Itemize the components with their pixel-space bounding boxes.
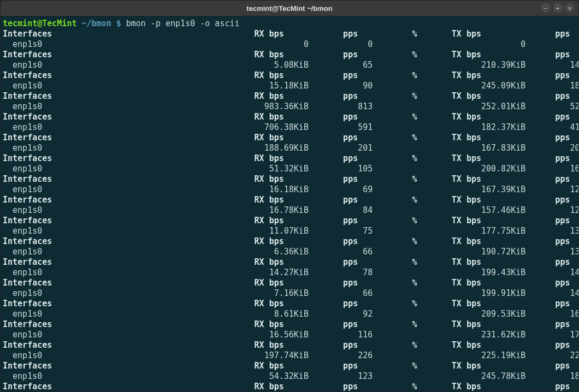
interface-row: enp1s0 14.27KiB 78 199.43KiB 148 xyxy=(3,268,576,278)
column-header: Interfaces RX bps pps % TX bps pps % xyxy=(3,340,576,351)
column-header: Interfaces RX bps pps % TX bps pps % xyxy=(3,319,576,330)
prompt-symbol: $ xyxy=(116,19,121,28)
interface-row: enp1s0 5.08KiB 65 210.39KiB 148 xyxy=(3,60,576,70)
column-header: Interfaces RX bps pps % TX bps pps % xyxy=(3,50,576,60)
interface-row: enp1s0 0 0 0 0 xyxy=(3,39,576,50)
command-text: bmon -p enp1s0 -o ascii xyxy=(126,19,240,28)
interface-row: enp1s0 8.61KiB 92 209.53KiB 165 xyxy=(3,309,576,319)
terminal-window: tecmint@TecMint ~/bmon − + × tecmint@Tec… xyxy=(0,0,579,392)
prompt-user: tecmint@TecMint xyxy=(3,19,76,28)
interface-row: enp1s0 51.32KiB 105 200.82KiB 161 xyxy=(3,164,576,174)
column-header: Interfaces RX bps pps % TX bps pps % xyxy=(3,70,576,81)
column-header: Interfaces RX bps pps % TX bps pps % xyxy=(3,195,576,205)
prompt-path: ~/bmon xyxy=(82,19,111,28)
column-header: Interfaces RX bps pps % TX bps pps % xyxy=(3,382,576,391)
maximize-button[interactable]: + xyxy=(553,3,562,12)
interface-row: enp1s0 6.36KiB 66 190.72KiB 139 xyxy=(3,247,576,257)
column-header: Interfaces RX bps pps % TX bps pps % xyxy=(3,299,576,309)
interface-row: enp1s0 15.18KiB 90 245.09KiB 182 xyxy=(3,81,576,91)
close-button[interactable]: × xyxy=(565,3,574,12)
column-header: Interfaces RX bps pps % TX bps pps % xyxy=(3,174,576,185)
titlebar[interactable]: tecmint@TecMint ~/bmon − + × xyxy=(1,1,578,16)
prompt-line: tecmint@TecMint ~/bmon $ bmon -p enp1s0 … xyxy=(3,19,576,29)
column-header: Interfaces RX bps pps % TX bps pps % xyxy=(3,236,576,247)
column-header: Interfaces RX bps pps % TX bps pps % xyxy=(3,133,576,143)
column-header: Interfaces RX bps pps % TX bps pps % xyxy=(3,257,576,268)
interface-row: enp1s0 7.16KiB 66 199.91KiB 142 xyxy=(3,288,576,299)
interface-row: enp1s0 197.74KiB 226 225.19KiB 224 xyxy=(3,351,576,361)
column-header: Interfaces RX bps pps % TX bps pps % xyxy=(3,216,576,226)
column-header: Interfaces RX bps pps % TX bps pps % xyxy=(3,29,576,39)
interface-row: enp1s0 188.69KiB 201 167.83KiB 200 xyxy=(3,143,576,153)
window-title: tecmint@TecMint ~/bmon xyxy=(246,4,332,13)
interface-row: enp1s0 16.78KiB 84 157.46KiB 121 xyxy=(3,205,576,216)
minimize-button[interactable]: − xyxy=(541,3,550,12)
interface-row: enp1s0 11.07KiB 75 177.75KiB 132 xyxy=(3,226,576,236)
window-controls: − + × xyxy=(541,3,574,12)
interface-row: enp1s0 54.32KiB 123 245.78KiB 188 xyxy=(3,371,576,382)
column-header: Interfaces RX bps pps % TX bps pps % xyxy=(3,361,576,371)
column-header: Interfaces RX bps pps % TX bps pps % xyxy=(3,112,576,122)
interface-row: enp1s0 983.36KiB 813 252.01KiB 527 xyxy=(3,102,576,112)
interface-row: enp1s0 706.38KiB 591 182.37KiB 410 xyxy=(3,122,576,133)
interface-row: enp1s0 16.18KiB 69 167.39KiB 122 xyxy=(3,185,576,195)
interface-row: enp1s0 16.56KiB 116 231.62KiB 173 xyxy=(3,330,576,340)
column-header: Interfaces RX bps pps % TX bps pps % xyxy=(3,153,576,164)
column-header: Interfaces RX bps pps % TX bps pps % xyxy=(3,278,576,288)
column-header: Interfaces RX bps pps % TX bps pps % xyxy=(3,91,576,102)
terminal-body[interactable]: tecmint@TecMint ~/bmon $ bmon -p enp1s0 … xyxy=(1,16,578,391)
